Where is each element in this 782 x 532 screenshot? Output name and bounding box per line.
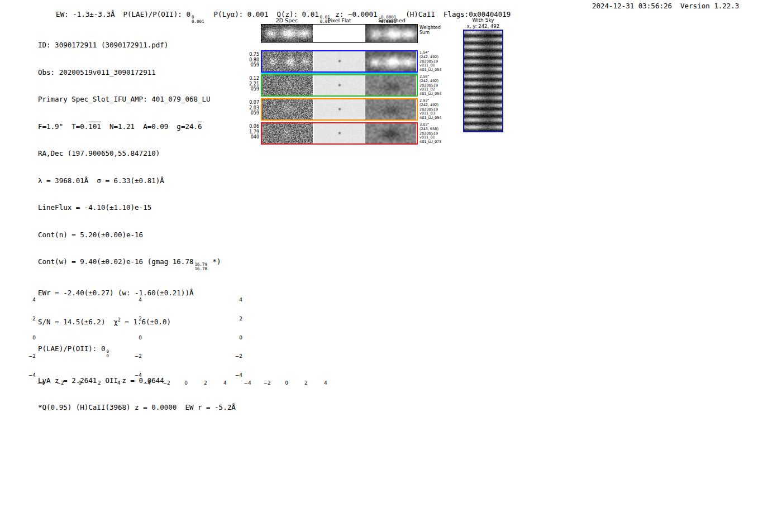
spec2d-row-left-label: 0.122.21059 [242, 76, 259, 92]
info-primary: Primary Spec_Slot_IFU_AMP: 401_079_068_L… [38, 95, 236, 104]
spec2d-row-right-label: 2.93"(242, 492)20200519v011_03401_LU_054 [419, 99, 441, 121]
x-tick-label: 4 [220, 380, 231, 386]
col-header-pixelflat: Pixel Flat [313, 17, 365, 23]
y-tick-label: 0 [230, 335, 242, 341]
x-tick-label: 4 [320, 380, 331, 386]
spec2d-row-right-label: 2.58"(242, 492)20200519v011_02401_LU_054 [419, 75, 441, 97]
y-tick-label: 0 [130, 335, 142, 341]
spec2d-row-right-label: 1.54"(242, 492)20200519v011_01401_LU_054 [419, 51, 441, 73]
x-tick-label: 2 [301, 380, 312, 386]
x-tick-label: 4 [113, 380, 125, 386]
y-tick-label: 2 [230, 316, 242, 322]
header-plae: P(LAE)/P(OII): 0 [123, 10, 190, 18]
y-tick-label: 4 [23, 297, 36, 303]
with-sky-image: Clean Image x, y: 242, 492 3920394039603… [464, 31, 502, 131]
y-tick-label: −4 [230, 372, 242, 378]
spec2d-row-left-label: 0.072.03059 [242, 100, 259, 116]
x-tick-label: 2 [94, 380, 105, 386]
y-tick-label: 0 [23, 335, 36, 341]
x-tick-label: 2 [200, 380, 211, 386]
x-tick-label: 0 [74, 380, 85, 386]
spec2d-cell-image [365, 99, 416, 119]
header-plae-fraction: 00.001 [192, 15, 204, 23]
spec2d-row [261, 74, 418, 97]
header-timestamp: 2024-12-31 03:56:26 Version 1.22.3 [592, 2, 739, 10]
x-tick-label: −4 [141, 380, 152, 386]
spec2d-row [261, 122, 418, 145]
weighted-sum-label: Weighted Sum [419, 25, 441, 35]
x-tick-label: −2 [55, 380, 66, 386]
info-radec: RA,Dec (197.900650,55.847210) [38, 149, 236, 158]
spec2d-cell-image [262, 75, 313, 95]
weighted-smoothed-image [365, 25, 417, 42]
weighted-2dspec-image [261, 25, 313, 42]
header-ew: EW: -1.3±-3.3Å [56, 10, 123, 18]
spec2d-cell-image [365, 75, 416, 95]
y-tick-label: −2 [230, 353, 242, 359]
y-tick-label: −4 [23, 372, 36, 378]
info-lineflux: LineFlux = -4.10(±1.10)e-15 [38, 203, 236, 212]
spec2d-cell-image [365, 51, 416, 71]
spec2d-cell-image [314, 123, 365, 143]
info-lambda: λ = 3968.01Å σ = 6.33(±0.81)Å [38, 176, 236, 185]
x-tick-label: 0 [281, 380, 292, 386]
weighted-sum-row [261, 24, 418, 43]
spec2d-cell-image [314, 51, 365, 71]
y-tick-label: −2 [130, 353, 142, 359]
y-tick-label: −2 [23, 353, 36, 359]
x-tick-label: −2 [261, 380, 273, 386]
x-tick-label: −4 [242, 380, 253, 386]
spec2d-cell-image [262, 123, 313, 143]
spec2d-cell-image [365, 123, 416, 143]
spec2d-row [261, 50, 418, 73]
x-tick-label: −4 [35, 380, 46, 386]
spec2d-row-left-label: 0.750.80059 [242, 52, 259, 68]
spec2d-row [261, 98, 418, 121]
spectrum-report-page: EW: -1.3±-3.3Å P(LAE)/P(OII): 000.001 P(… [0, 0, 782, 532]
info-obs: Obs: 20200519v011_3090172911 [38, 68, 236, 77]
spec2d-cell-image [314, 75, 365, 95]
cyan-divider [261, 73, 418, 74]
info-q: *Q(0.95) (H)CaII(3968) z = 0.0000 EW r =… [38, 403, 236, 412]
with-sky-coords: x, y: 242, 492 [457, 23, 509, 29]
spec2d-cell-image [262, 51, 313, 71]
y-tick-label: 4 [230, 297, 242, 303]
info-params: F=1.9" T=0.101 N=1.21 A=0.09 g=24.6 [38, 122, 236, 131]
info-id: ID: 3090172911 (3090172911.pdf) [38, 41, 236, 50]
info-block: ID: 3090172911 (3090172911.pdf) Obs: 202… [38, 23, 236, 430]
y-tick-label: 4 [130, 297, 142, 303]
x-tick-label: −2 [161, 380, 172, 386]
info-cont-w: Cont(w) = 9.40(±0.02)e-16 (gmag 16.7816.… [38, 257, 236, 271]
spec2d-row-left-label: 0.061.79040 [242, 124, 259, 140]
col-header-2dspec: 2D Spec [261, 17, 313, 23]
info-cont-n: Cont(n) = 5.20(±0.00)e-16 [38, 231, 236, 239]
x-tick-label: 0 [180, 380, 192, 386]
y-tick-label: −4 [130, 372, 142, 378]
spec2d-cell-image [314, 99, 365, 119]
spec2d-cell-image [262, 99, 313, 119]
spec2d-row-right-label: 3.03"(243, 658)20200519v011_01401_LU_073 [419, 123, 441, 145]
with-sky-title: With Sky [457, 17, 509, 23]
col-header-smoothed: Smoothed [366, 17, 418, 23]
y-tick-label: 2 [130, 316, 142, 322]
y-tick-label: 2 [23, 316, 36, 322]
